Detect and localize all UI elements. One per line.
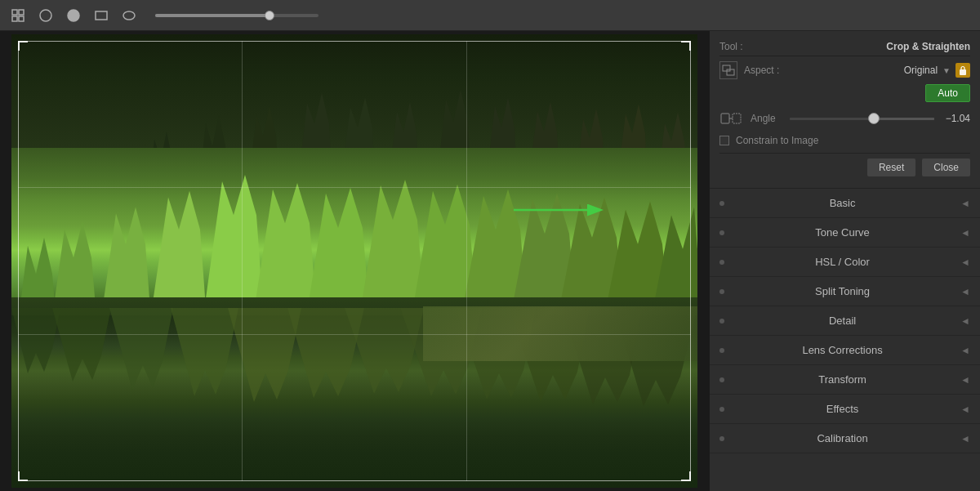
aspect-value: Original xyxy=(904,65,938,76)
panel-item-tone-curve-left xyxy=(719,230,724,235)
panel-item-tone-curve[interactable]: Tone Curve ◄ xyxy=(710,218,980,248)
svg-rect-54 xyxy=(733,114,741,123)
panel-item-split-toning-label: Split Toning xyxy=(815,285,870,297)
panel-item-tone-curve-label: Tone Curve xyxy=(815,226,869,239)
oval-icon[interactable] xyxy=(119,6,139,25)
svg-rect-0 xyxy=(12,10,17,15)
close-button[interactable]: Close xyxy=(922,158,970,176)
panel-item-hsl-color-left xyxy=(719,260,724,265)
constrain-label: Constrain to Image xyxy=(736,135,818,146)
photo-image xyxy=(11,34,697,488)
panel-item-transform[interactable]: Transform ◄ xyxy=(710,365,980,395)
constrain-checkbox[interactable] xyxy=(719,136,729,145)
svg-marker-38 xyxy=(109,308,173,390)
svg-rect-3 xyxy=(19,16,24,21)
aspect-right: Original ▼ xyxy=(904,63,970,78)
panel-arrow-effects: ◄ xyxy=(960,404,970,415)
circle-outline-icon[interactable] xyxy=(36,6,56,25)
panel-arrow-tone-curve: ◄ xyxy=(960,227,970,239)
panel-dot-hsl-color xyxy=(719,260,724,265)
panel-item-calibration-label: Calibration xyxy=(817,432,867,444)
aspect-dropdown-icon[interactable]: ▼ xyxy=(942,66,951,75)
grid-icon[interactable] xyxy=(8,6,28,25)
svg-marker-36 xyxy=(11,308,60,373)
svg-point-7 xyxy=(123,11,135,20)
auto-button[interactable]: Auto xyxy=(925,84,970,102)
panel-item-basic-left xyxy=(719,201,724,206)
angle-label: Angle xyxy=(751,113,783,124)
panel-item-lens-corrections-left xyxy=(719,348,724,353)
tool-value: Crop & Straighten xyxy=(886,41,970,52)
main-content: Tool : Crop & Straighten Aspect : Ori xyxy=(0,31,980,491)
panel-item-calibration-left xyxy=(719,436,724,441)
panel-arrow-detail: ◄ xyxy=(960,315,970,327)
filled-circle-icon[interactable] xyxy=(64,6,83,25)
panel-item-calibration[interactable]: Calibration ◄ xyxy=(710,424,980,453)
panel-dot-tone-curve xyxy=(719,230,724,235)
panel-item-effects-label: Effects xyxy=(826,403,859,415)
panel-dot-lens-corrections xyxy=(719,348,724,353)
shore-rocks xyxy=(423,306,697,361)
angle-row: Angle −1.04 xyxy=(719,105,970,132)
auto-btn-container: Auto xyxy=(719,84,970,102)
panel-item-transform-left xyxy=(719,377,724,382)
panel-dot-split-toning xyxy=(719,289,724,294)
aspect-label: Aspect : xyxy=(744,65,779,76)
panel-item-hsl-color[interactable]: HSL / Color ◄ xyxy=(710,248,980,277)
svg-point-5 xyxy=(68,10,79,21)
right-panel: Tool : Crop & Straighten Aspect : Ori xyxy=(709,31,980,491)
angle-slider-container[interactable] xyxy=(790,112,934,125)
panel-item-effects[interactable]: Effects ◄ xyxy=(710,395,980,424)
aspect-row: Aspect : Original ▼ xyxy=(719,56,970,84)
panel-item-lens-corrections[interactable]: Lens Corrections ◄ xyxy=(710,336,980,365)
constrain-row: Constrain to Image xyxy=(719,132,970,153)
panel-arrow-transform: ◄ xyxy=(960,374,970,386)
action-row: Reset Close xyxy=(719,153,970,181)
svg-rect-53 xyxy=(721,114,729,123)
panel-item-detail-label: Detail xyxy=(829,315,856,327)
toolbar-icons xyxy=(8,6,139,25)
panel-item-basic-label: Basic xyxy=(830,197,856,209)
svg-rect-6 xyxy=(96,11,107,20)
forest-scene xyxy=(11,34,697,488)
tool-section: Tool : Crop & Straighten Aspect : Ori xyxy=(710,31,980,189)
aspect-left: Aspect : xyxy=(719,61,779,79)
panel-dot-detail xyxy=(719,319,724,324)
svg-marker-40 xyxy=(228,308,301,402)
angle-slider-thumb[interactable] xyxy=(868,113,880,124)
panel-arrow-calibration: ◄ xyxy=(960,433,970,444)
panel-item-detail-left xyxy=(719,319,724,324)
panel-item-split-toning-left xyxy=(719,289,724,294)
panel-dot-transform xyxy=(719,377,724,382)
panel-dot-effects xyxy=(719,407,724,412)
angle-value: −1.04 xyxy=(941,113,970,124)
panel-item-split-toning[interactable]: Split Toning ◄ xyxy=(710,277,980,306)
panel-item-detail[interactable]: Detail ◄ xyxy=(710,306,980,336)
aspect-icon xyxy=(719,61,737,79)
panel-item-hsl-color-label: HSL / Color xyxy=(815,256,870,268)
reset-button[interactable]: Reset xyxy=(867,158,915,176)
top-toolbar xyxy=(0,0,980,31)
tool-row: Tool : Crop & Straighten xyxy=(719,38,970,56)
panel-dot-basic xyxy=(719,201,724,206)
panel-item-lens-corrections-label: Lens Corrections xyxy=(802,344,882,356)
panel-arrow-hsl-color: ◄ xyxy=(960,257,970,268)
lock-icon[interactable] xyxy=(956,63,970,78)
panel-arrow-basic: ◄ xyxy=(960,198,970,209)
panel-list: Basic ◄ Tone Curve ◄ HSL / Color ◄ xyxy=(710,189,980,491)
svg-rect-52 xyxy=(960,69,966,75)
svg-rect-2 xyxy=(12,16,17,21)
panel-dot-calibration xyxy=(719,436,724,441)
panel-item-basic[interactable]: Basic ◄ xyxy=(710,189,980,218)
panel-arrow-lens-corrections: ◄ xyxy=(960,345,970,356)
tool-label: Tool : xyxy=(719,41,743,52)
rectangle-icon[interactable] xyxy=(91,6,111,25)
svg-point-4 xyxy=(40,10,51,21)
toolbar-slider-area xyxy=(139,14,972,17)
image-area xyxy=(0,31,709,491)
angle-slider-track xyxy=(790,118,934,120)
toolbar-slider[interactable] xyxy=(155,14,318,17)
panel-item-effects-left xyxy=(719,407,724,412)
panel-item-transform-label: Transform xyxy=(818,373,866,386)
svg-marker-37 xyxy=(52,308,111,382)
